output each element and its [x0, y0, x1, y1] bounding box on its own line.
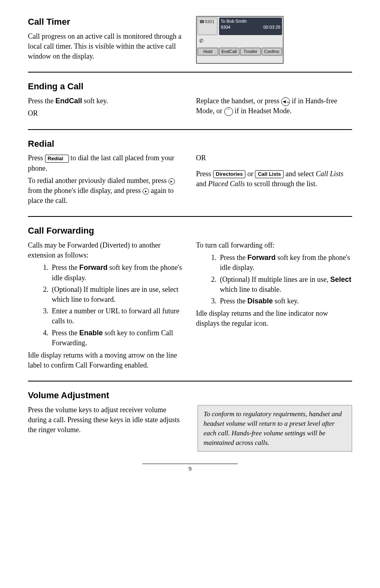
phone-timer: 00:03:28 [263, 24, 280, 30]
ending-left-post: soft key. [82, 97, 108, 105]
redial-right-p: Press Directories or Call Lists and sele… [196, 169, 352, 189]
ending-right-post: if in Headset Mode. [233, 107, 292, 115]
forwarding-right: To turn call forwarding off: Press the F… [196, 240, 352, 373]
softkey-confrnc: Confrnc [262, 48, 282, 55]
fwd-on-s4-pre: Press the [52, 329, 79, 337]
directories-key: Directories [213, 170, 246, 178]
select-label: Select [330, 275, 351, 283]
fwd-off-s3-pre: Press the [220, 297, 247, 305]
fwd-off-s2-post: which line to disable. [220, 285, 281, 293]
phone-title-bar: To Bob Smith 9304 00:03:28 [219, 18, 282, 35]
ending-call-heading: Ending a Call [28, 81, 352, 93]
calllists-key: Call Lists [255, 170, 284, 178]
fwd-off-s2-pre: (Optional) If multiple lines are in use, [220, 275, 330, 283]
forwarding-section: Call Forwarding Calls may be Forwarded (… [28, 225, 352, 373]
ending-call-cols: Press the EndCall soft key. OR Replace t… [28, 96, 352, 121]
phone-ext-box: ☎9301 [198, 18, 217, 35]
redial-right-post1: and select [284, 170, 315, 178]
phone-title-line1: To Bob Smith [221, 18, 280, 24]
divider [28, 129, 352, 130]
right-arrow-icon: ▸ [143, 188, 149, 195]
forwarding-cols: Calls may be Forwarded (Diverted) to ano… [28, 240, 352, 373]
call-timer-body: Call progress on an active call is monit… [28, 31, 184, 62]
fwd-on-step2: (Optional) If multiple lines are in use,… [50, 285, 184, 305]
fwd-off-s3-post: soft key. [273, 297, 299, 305]
phone-number: 9304 [221, 24, 230, 30]
ending-right-pre: Replace the handset, or press [196, 97, 281, 105]
phone-screen-top: ☎9301 To Bob Smith 9304 00:03:28 [197, 17, 283, 36]
forward-label: Forward [79, 264, 108, 271]
fwd-on-step3: Enter a number or URL to forward all fut… [50, 306, 184, 326]
phone-title-row: 9304 00:03:28 [221, 24, 280, 30]
forwarding-steps-off: Press the Forward soft key from the phon… [196, 253, 352, 306]
fwd-on-step1: Press the Forward soft key from the phon… [50, 263, 184, 283]
speaker-icon: ◄» [281, 97, 290, 106]
forwarding-heading: Call Forwarding [28, 225, 352, 237]
phone-icon-row: ✆ [197, 36, 283, 47]
ending-call-right-p: Replace the handset, or press ◄» if in H… [196, 96, 352, 116]
redial-and: and [196, 180, 208, 188]
endcall-label: EndCall [55, 97, 82, 105]
ending-call-left: Press the EndCall soft key. OR [28, 96, 184, 121]
fwd-on-s1-pre: Press the [52, 264, 79, 271]
redial-or: OR [196, 153, 352, 163]
volume-cols: Press the volume keys to adjust receiver… [28, 405, 352, 452]
forwarding-intro: Calls may be Forwarded (Diverted) to ano… [28, 240, 184, 260]
page-number: 9 [142, 464, 238, 473]
enable-label: Enable [79, 329, 103, 337]
forwarding-after-on: Idle display returns with a moving arrow… [28, 350, 184, 370]
phone-softkeys: Hold EndCall Trnsfer Confrnc [197, 47, 283, 56]
softkey-trnsfer: Trnsfer [240, 48, 261, 55]
volume-section: Volume Adjustment Press the volume keys … [28, 389, 352, 452]
ending-call-or: OR [28, 108, 184, 118]
forwarding-left: Calls may be Forwarded (Diverted) to ano… [28, 240, 184, 373]
headset-icon: ⌒ [224, 107, 233, 116]
redial-p2-pre: To redial another prviously dialed numbe… [28, 177, 168, 185]
redial-section: Redial Press Redial to dial the last cal… [28, 138, 352, 208]
redial-right-press: Press [196, 170, 213, 178]
redial-right-end: to scroll through the list. [245, 180, 317, 188]
ending-call-left-p1: Press the EndCall soft key. [28, 96, 184, 106]
volume-left: Press the volume keys to adjust receiver… [28, 405, 184, 452]
redial-italic2: Placed Calls [208, 180, 245, 188]
fwd-off-step2: (Optional) If multiple lines are in use,… [218, 275, 352, 295]
redial-p2: To redial another prviously dialed numbe… [28, 176, 184, 206]
redial-or-word: or [245, 170, 255, 178]
redial-right: OR Press Directories or Call Lists and s… [196, 153, 352, 208]
forward-label: Forward [247, 254, 276, 262]
phone-ext: 9301 [205, 19, 214, 24]
forwarding-off-intro: To turn call forwarding off: [196, 240, 352, 250]
handset-icon: ✆ [199, 38, 204, 44]
redial-heading: Redial [28, 138, 352, 150]
ending-left-pre: Press the [28, 97, 55, 105]
volume-body: Press the volume keys to adjust receiver… [28, 405, 184, 435]
volume-note-box: To conform to regulatory requirments, ha… [198, 405, 352, 452]
phone-screen: ☎9301 To Bob Smith 9304 00:03:28 ✆ Hold … [196, 16, 284, 64]
softkey-endcall: EndCall [219, 48, 240, 55]
fwd-off-step3: Press the Disable soft key. [218, 296, 352, 306]
softkey-hold: Hold [198, 48, 218, 55]
call-timer-text-col: Call Timer Call progress on an active ca… [28, 16, 184, 64]
volume-heading: Volume Adjustment [28, 389, 352, 402]
phone-screen-col: ☎9301 To Bob Smith 9304 00:03:28 ✆ Hold … [196, 16, 352, 64]
redial-press: Press [28, 154, 45, 162]
redial-p2-mid: from the phone's idle display, and press [28, 187, 143, 195]
redial-key: Redial [45, 155, 69, 163]
redial-italic1: Call Lists [316, 170, 344, 178]
forwarding-steps-on: Press the Forward soft key from the phon… [28, 263, 184, 348]
redial-p1: Press Redial to dial the last call place… [28, 153, 184, 173]
volume-right: To conform to regulatory requirments, ha… [196, 405, 352, 452]
forwarding-after-off: Idle display returns and the line indica… [196, 309, 352, 328]
redial-left: Press Redial to dial the last call place… [28, 153, 184, 208]
ending-call-section: Ending a Call Press the EndCall soft key… [28, 81, 352, 121]
redial-cols: Press Redial to dial the last call place… [28, 153, 352, 208]
right-arrow-icon: ▸ [168, 178, 175, 185]
divider [28, 72, 352, 73]
disable-label: Disable [247, 297, 273, 305]
divider [28, 216, 352, 217]
fwd-on-step4: Press the Enable soft key to confirm Cal… [50, 328, 184, 348]
ending-call-right: Replace the handset, or press ◄» if in H… [196, 96, 352, 121]
fwd-off-s1-pre: Press the [220, 254, 247, 262]
call-timer-section: Call Timer Call progress on an active ca… [28, 16, 352, 64]
call-timer-heading: Call Timer [28, 16, 184, 28]
